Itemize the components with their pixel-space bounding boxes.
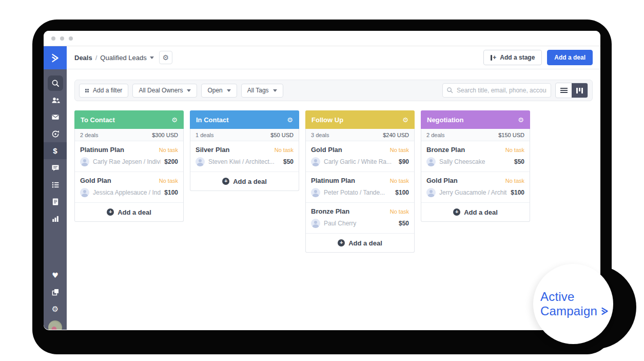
sidebar-item-reports[interactable] [44,210,67,227]
pipeline-column: To Contact ⚙ 2 deals $300 USD Platinum P… [74,110,184,222]
tags-dropdown[interactable]: All Tags [241,84,283,98]
breadcrumb-separator: / [95,54,97,62]
sidebar-item-automations[interactable] [44,125,67,142]
deal-title[interactable]: Gold Plan [311,146,390,154]
add-deal-label: Add a deal [118,208,151,216]
deal-title[interactable]: Silver Plan [196,146,275,154]
column-settings-icon[interactable]: ⚙ [287,116,293,124]
stacked-squares-icon [51,288,60,297]
window-dot[interactable] [69,36,73,41]
deal-contact[interactable]: Paul Cherry [324,220,395,227]
sidebar-item-favorites[interactable]: ♥ [44,267,67,283]
contact-avatar-icon [80,157,89,166]
add-deal-column-button[interactable]: + Add a deal [306,234,414,252]
deal-count: 1 deals [196,132,270,138]
deal-title[interactable]: Bronze Plan [311,207,390,215]
window-dot[interactable] [60,36,64,41]
sidebar-item-settings[interactable]: ⚙ [44,300,67,317]
kanban-view-button[interactable] [572,83,588,98]
column-settings-icon[interactable]: ⚙ [402,116,408,124]
task-status[interactable]: No task [390,178,409,184]
add-filter-button[interactable]: Add a filter [79,84,128,98]
add-deal-button[interactable]: Add a deal [547,50,593,65]
sidebar-item-contacts[interactable] [44,91,67,108]
plus-icon: + [222,178,229,185]
task-status[interactable]: No task [390,208,409,215]
add-deal-column-button[interactable]: + Add a deal [75,203,183,221]
list-icon [51,180,60,189]
add-filter-label: Add a filter [93,87,122,94]
status-dropdown[interactable]: Open [201,84,237,98]
breadcrumb-pipeline[interactable]: Qualified Leads [100,54,146,62]
add-deal-column-button[interactable]: + Add a deal [190,172,299,191]
sidebar-item-conversations[interactable] [44,159,67,176]
deal-contact[interactable]: Steven Kiwi / Architect... [208,158,280,165]
window-dot[interactable] [51,36,55,41]
filter-bar: Add a filter All Deal Owners Open All Ta… [74,80,593,101]
task-status[interactable]: No task [505,178,524,184]
sidebar-item-campaigns[interactable] [44,108,67,125]
sidebar-item-forms[interactable] [44,193,67,210]
pipeline-board: To Contact ⚙ 2 deals $300 USD Platinum P… [67,101,600,262]
column-settings-icon[interactable]: ⚙ [518,116,524,124]
deal-contact[interactable]: Jessica Applesauce / Individua [93,189,161,196]
task-status[interactable]: No task [159,178,178,184]
deal-count: 2 deals [80,132,152,138]
deal-card[interactable]: Gold Plan No task Jessica Applesauce / I… [75,172,183,203]
deal-title[interactable]: Gold Plan [426,177,505,184]
search-input[interactable] [442,83,551,98]
search-icon [446,87,453,93]
task-status[interactable]: No task [159,147,178,153]
deal-contact[interactable]: Carly Garlic / White Ra... [324,158,395,165]
browser-window: $ [44,31,600,330]
activecampaign-badge: Active Campaign [533,264,613,344]
plus-icon: + [453,208,460,216]
column-summary: 1 deals $50 USD [190,129,299,141]
deal-contact[interactable]: Jerry Guacamole / Architect's [439,189,507,196]
sidebar-item-deals[interactable]: $ [44,142,67,159]
sidebar-item-lists[interactable] [44,176,67,193]
deal-card[interactable]: Silver Plan No task Steven Kiwi / Archit… [190,141,299,172]
deal-owners-dropdown[interactable]: All Deal Owners [132,84,197,98]
sidebar-item-apps[interactable] [44,283,67,300]
deal-card[interactable]: Gold Plan No task Carly Garlic / White R… [306,141,414,172]
deal-card[interactable]: Gold Plan No task Jerry Guacamole / Arch… [421,172,530,203]
deal-contact[interactable]: Peter Potato / Tande... [324,189,392,196]
activecampaign-logo[interactable] [44,46,67,69]
deal-card[interactable]: Bronze Plan No task Paul Cherry $50 [306,203,414,234]
logo-text-line1: Active [540,290,613,304]
deal-title[interactable]: Platinum Plan [80,146,159,154]
list-view-button[interactable] [556,83,572,98]
contact-avatar-icon [426,157,436,166]
user-avatar[interactable] [48,320,62,330]
ac-chevron-icon [50,52,61,64]
column-header: Negotiation ⚙ [421,110,530,129]
task-status[interactable]: No task [275,147,294,153]
deal-card[interactable]: Platinum Plan No task Carly Rae Jepsen /… [75,141,183,172]
tags-label: All Tags [247,87,269,94]
task-status[interactable]: No task [505,147,524,153]
deal-contact[interactable]: Sally Cheescake [439,158,511,165]
deal-owners-label: All Deal Owners [139,87,183,94]
deal-title[interactable]: Gold Plan [80,177,159,184]
add-stage-button[interactable]: + Add a stage [483,50,542,65]
contact-avatar-icon [311,219,320,228]
deal-title[interactable]: Bronze Plan [426,146,505,154]
deal-title[interactable]: Platinum Plan [311,177,390,184]
deal-contact[interactable]: Carly Rae Jepsen / Individual I [93,158,161,165]
deal-count: 3 deals [311,132,383,138]
contacts-icon [51,96,60,105]
contact-avatar-icon [311,157,320,166]
column-settings-icon[interactable]: ⚙ [171,116,178,124]
sidebar-item-search[interactable] [44,74,67,91]
task-status[interactable]: No task [390,147,409,153]
deal-value: $100 [511,189,524,196]
pipeline-settings-button[interactable]: ⚙ [159,51,172,64]
column-header: To Contact ⚙ [74,110,184,129]
add-deal-column-button[interactable]: + Add a deal [421,203,530,221]
deal-card[interactable]: Platinum Plan No task Peter Potato / Tan… [306,172,414,203]
deal-card[interactable]: Bronze Plan No task Sally Cheescake $50 [421,141,530,172]
breadcrumb[interactable]: Deals / Qualified Leads [74,54,154,62]
breadcrumb-section[interactable]: Deals [74,54,92,62]
column-header: Follow Up ⚙ [305,110,415,129]
